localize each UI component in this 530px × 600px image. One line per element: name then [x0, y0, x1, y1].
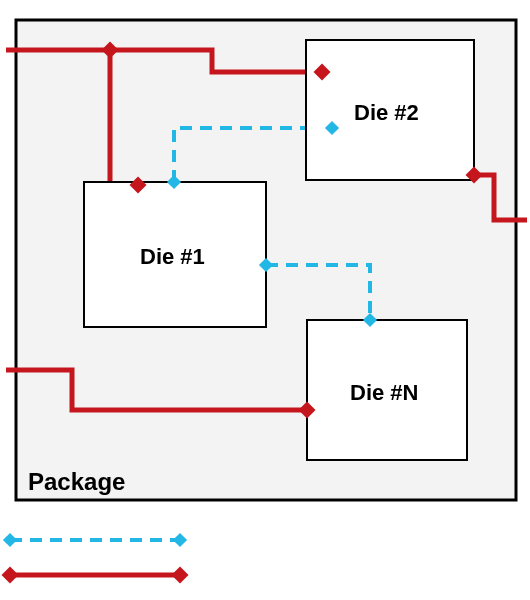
node-icon — [2, 567, 19, 584]
die-1-label: Die #1 — [140, 244, 205, 269]
package-label: Package — [28, 468, 125, 495]
die-n-label: Die #N — [350, 380, 418, 405]
node-icon — [173, 533, 187, 547]
diagram-stage: Die #2 Die #1 Die #N Package — [0, 0, 530, 600]
legend — [2, 533, 189, 584]
node-icon — [172, 567, 189, 584]
node-icon — [3, 533, 17, 547]
die-2-label: Die #2 — [354, 100, 419, 125]
package-diagram: Die #2 Die #1 Die #N Package — [0, 0, 530, 600]
